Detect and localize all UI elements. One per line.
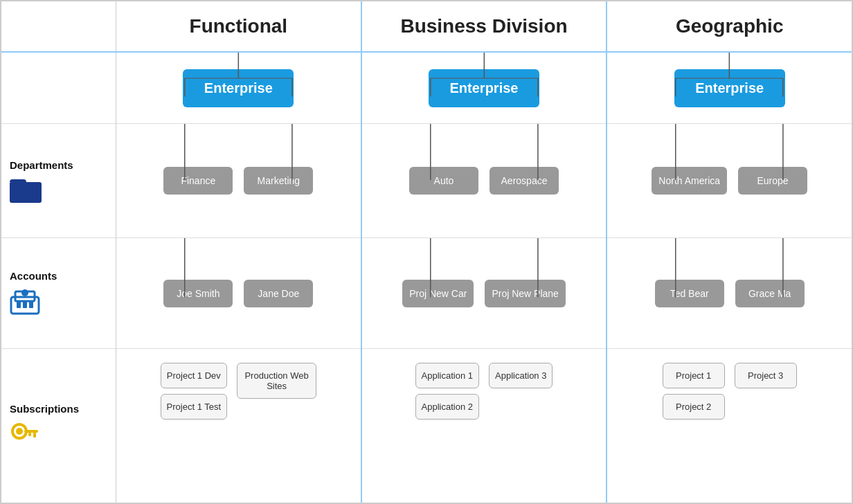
header-geographic: Geographic <box>607 1 852 51</box>
svg-point-9 <box>16 428 23 435</box>
geographic-sub-stack-right: Project 3 <box>735 363 797 388</box>
business-subs-wrapper: Application 1 Application 2 Application … <box>362 349 607 503</box>
labels-column: Departments Accounts <box>1 53 116 503</box>
functional-accounts-wrapper: Joe Smith Jane Doe <box>116 238 361 349</box>
header-row: Functional Business Division Geographic <box>1 1 852 53</box>
geographic-sub-proj1[interactable]: Project 1 <box>663 363 725 388</box>
header-functional: Functional <box>116 1 362 51</box>
svg-rect-1 <box>10 182 25 186</box>
label-subscriptions-section: Subscriptions <box>1 349 116 503</box>
geographic-inner: Enterprise North America Europe <box>607 53 852 503</box>
accounts-label: Accounts <box>10 270 57 282</box>
business-dept-auto[interactable]: Auto <box>409 167 478 195</box>
business-subscriptions-section: Application 1 Application 2 Application … <box>362 349 607 420</box>
business-account-projplane[interactable]: Proj New Plane <box>485 280 566 307</box>
functional-accounts-section: Joe Smith Jane Doe <box>116 238 361 349</box>
svg-rect-12 <box>28 433 31 436</box>
geographic-sub-proj2[interactable]: Project 2 <box>663 394 725 420</box>
functional-subs-wrapper: Project 1 Dev Project 1 Test Production … <box>116 349 361 503</box>
content-area: Departments Accounts <box>1 53 852 503</box>
business-sub-stack-left: Application 1 Application 2 <box>415 363 479 420</box>
business-sub-app2[interactable]: Application 2 <box>415 394 479 420</box>
main-container: Functional Business Division Geographic … <box>0 0 853 504</box>
business-sub-app3[interactable]: Application 3 <box>489 363 553 388</box>
functional-sub-prodweb[interactable]: Production Web Sites <box>237 363 316 399</box>
geographic-sub-proj3[interactable]: Project 3 <box>735 363 797 388</box>
geographic-dept-wrapper: North America Europe <box>607 124 852 238</box>
business-account-projcar[interactable]: Proj New Car <box>402 280 474 307</box>
functional-dept-marketing[interactable]: Marketing <box>244 167 313 195</box>
svg-rect-5 <box>17 301 21 308</box>
geographic-enterprise-node[interactable]: Enterprise <box>674 69 785 107</box>
business-departments-section: Auto Aerospace <box>362 124 607 238</box>
diagram-business: Enterprise Auto Aerospace <box>362 53 608 503</box>
geographic-accounts-section: Ted Bear Grace Ma <box>607 238 852 349</box>
geographic-subscriptions-section: Project 1 Project 2 Project 3 <box>607 349 852 420</box>
functional-sub-stack-left: Project 1 Dev Project 1 Test <box>161 363 228 420</box>
geographic-account-tedbear[interactable]: Ted Bear <box>655 280 724 307</box>
svg-rect-11 <box>33 433 36 438</box>
functional-sub-proj1test[interactable]: Project 1 Test <box>161 394 228 420</box>
functional-departments-section: Finance Marketing <box>116 124 361 238</box>
accounts-icon <box>10 286 40 316</box>
functional-account-joe[interactable]: Joe Smith <box>163 280 233 307</box>
svg-rect-7 <box>29 301 33 308</box>
header-spacer <box>1 1 116 51</box>
header-business: Business Division <box>362 1 608 51</box>
business-dept-wrapper: Auto Aerospace <box>362 124 607 238</box>
label-accounts-section: Accounts <box>1 238 116 349</box>
label-departments-section: Departments <box>1 124 116 238</box>
geographic-subs-wrapper: Project 1 Project 2 Project 3 <box>607 349 852 503</box>
business-accounts-wrapper: Proj New Car Proj New Plane <box>362 238 607 349</box>
geographic-dept-europe[interactable]: Europe <box>738 167 807 195</box>
svg-rect-10 <box>24 430 38 433</box>
diagrams-area: Enterprise Finance Marketing <box>116 53 852 503</box>
business-dept-aerospace[interactable]: Aerospace <box>490 167 559 195</box>
departments-label: Departments <box>10 159 73 171</box>
geographic-enterprise-section: Enterprise <box>607 53 852 124</box>
functional-dept-finance[interactable]: Finance <box>163 167 233 195</box>
functional-dept-wrapper: Finance Marketing <box>116 124 361 238</box>
business-enterprise-node[interactable]: Enterprise <box>429 69 539 107</box>
key-icon <box>10 419 40 449</box>
diagram-functional: Enterprise Finance Marketing <box>116 53 362 503</box>
functional-inner: Enterprise Finance Marketing <box>116 53 361 503</box>
svg-rect-6 <box>23 301 27 308</box>
geographic-accounts-wrapper: Ted Bear Grace Ma <box>607 238 852 349</box>
geographic-sub-stack-left: Project 1 Project 2 <box>663 363 725 420</box>
functional-sub-proj1dev[interactable]: Project 1 Dev <box>161 363 227 388</box>
diagram-geographic: Enterprise North America Europe <box>607 53 852 503</box>
functional-subscriptions-section: Project 1 Dev Project 1 Test Production … <box>116 349 361 420</box>
functional-enterprise-node[interactable]: Enterprise <box>183 69 294 107</box>
business-accounts-section: Proj New Car Proj New Plane <box>362 238 607 349</box>
functional-sub-stack-right: Production Web Sites <box>237 363 316 399</box>
business-sub-app1[interactable]: Application 1 <box>415 363 479 388</box>
business-sub-stack-right: Application 3 <box>489 363 553 388</box>
svg-point-4 <box>21 289 28 296</box>
business-enterprise-section: Enterprise <box>362 53 607 124</box>
subscriptions-label: Subscriptions <box>10 403 79 415</box>
geographic-account-gracema[interactable]: Grace Ma <box>735 280 805 307</box>
folder-icon <box>10 175 43 203</box>
geographic-dept-northamerica[interactable]: North America <box>652 167 727 195</box>
label-enterprise-spacer <box>1 53 116 124</box>
geographic-departments-section: North America Europe <box>607 124 852 238</box>
functional-account-jane[interactable]: Jane Doe <box>244 280 313 307</box>
functional-enterprise-section: Enterprise <box>116 53 361 124</box>
business-inner: Enterprise Auto Aerospace <box>362 53 607 503</box>
